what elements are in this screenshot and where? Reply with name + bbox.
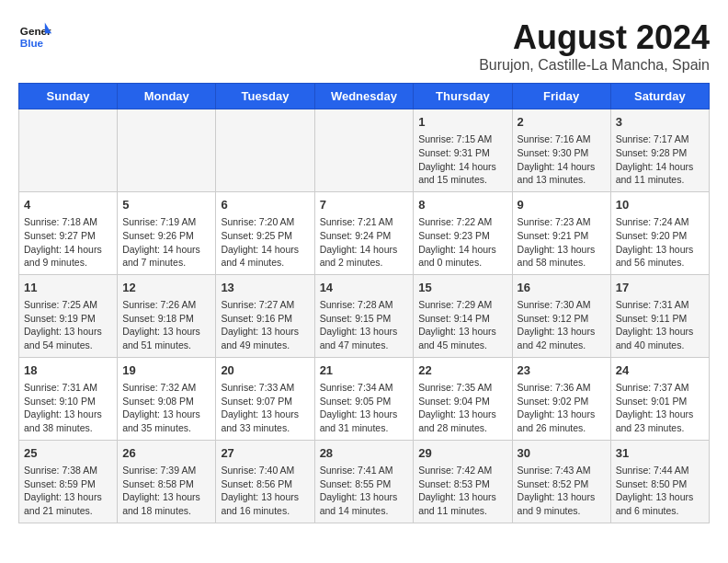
calendar-cell: 23Sunrise: 7:36 AMSunset: 9:02 PMDayligh… <box>512 357 610 440</box>
cell-text: Sunset: 9:26 PM <box>122 229 210 243</box>
calendar-cell: 5Sunrise: 7:19 AMSunset: 9:26 PMDaylight… <box>118 191 216 274</box>
header-sunday: Sunday <box>19 84 118 109</box>
week-row-1: 1Sunrise: 7:15 AMSunset: 9:31 PMDaylight… <box>19 109 710 192</box>
cell-text: Sunrise: 7:24 AM <box>616 215 704 229</box>
day-number: 1 <box>418 114 506 131</box>
week-row-3: 11Sunrise: 7:25 AMSunset: 9:19 PMDayligh… <box>19 274 710 357</box>
week-row-2: 4Sunrise: 7:18 AMSunset: 9:27 PMDaylight… <box>19 191 710 274</box>
day-number: 3 <box>616 114 704 131</box>
cell-text: Sunrise: 7:18 AM <box>24 215 112 229</box>
cell-text: Daylight: 13 hours and 21 minutes. <box>24 490 112 517</box>
cell-text: Sunrise: 7:23 AM <box>518 215 606 229</box>
calendar-cell: 12Sunrise: 7:26 AMSunset: 9:18 PMDayligh… <box>118 274 216 357</box>
title-area: August 2024 Burujon, Castille-La Mancha,… <box>479 18 710 74</box>
cell-text: Sunset: 9:15 PM <box>320 312 409 326</box>
cell-text: Sunrise: 7:17 AM <box>616 132 704 146</box>
cell-text: Daylight: 14 hours and 9 minutes. <box>24 243 112 270</box>
cell-text: Sunrise: 7:34 AM <box>320 381 409 395</box>
calendar-cell: 9Sunrise: 7:23 AMSunset: 9:21 PMDaylight… <box>512 191 610 274</box>
calendar-cell: 17Sunrise: 7:31 AMSunset: 9:11 PMDayligh… <box>610 274 709 357</box>
cell-text: Sunrise: 7:44 AM <box>616 464 704 477</box>
cell-text: Sunset: 9:07 PM <box>221 395 309 408</box>
cell-text: Sunset: 9:28 PM <box>616 146 704 160</box>
cell-text: Daylight: 13 hours and 42 minutes. <box>518 325 606 351</box>
cell-text: Sunrise: 7:22 AM <box>418 215 506 229</box>
cell-text: Daylight: 14 hours and 13 minutes. <box>518 160 606 187</box>
cell-text: Sunrise: 7:31 AM <box>616 298 704 312</box>
header: General Blue August 2024 Burujon, Castil… <box>18 18 710 74</box>
cell-text: Sunset: 9:01 PM <box>616 395 704 408</box>
cell-text: Sunset: 9:10 PM <box>24 395 112 408</box>
calendar-cell <box>216 109 314 192</box>
cell-text: Sunrise: 7:28 AM <box>320 298 409 312</box>
cell-text: Sunrise: 7:25 AM <box>24 298 112 312</box>
cell-text: Sunset: 9:05 PM <box>320 395 409 408</box>
calendar-cell: 21Sunrise: 7:34 AMSunset: 9:05 PMDayligh… <box>314 357 414 440</box>
cell-text: Daylight: 13 hours and 38 minutes. <box>24 408 112 434</box>
calendar-cell: 4Sunrise: 7:18 AMSunset: 9:27 PMDaylight… <box>19 191 118 274</box>
cell-text: Daylight: 13 hours and 16 minutes. <box>221 490 309 517</box>
calendar-cell: 18Sunrise: 7:31 AMSunset: 9:10 PMDayligh… <box>19 357 118 440</box>
cell-text: Sunset: 9:04 PM <box>418 395 506 408</box>
calendar-cell: 30Sunrise: 7:43 AMSunset: 8:52 PMDayligh… <box>512 440 610 523</box>
day-number: 18 <box>24 362 112 379</box>
cell-text: Daylight: 13 hours and 45 minutes. <box>418 325 506 351</box>
day-number: 15 <box>418 280 506 296</box>
day-number: 7 <box>320 197 409 213</box>
calendar-cell: 10Sunrise: 7:24 AMSunset: 9:20 PMDayligh… <box>610 191 709 274</box>
cell-text: Sunset: 9:27 PM <box>24 229 112 243</box>
cell-text: Sunset: 9:30 PM <box>518 146 606 160</box>
cell-text: Daylight: 13 hours and 58 minutes. <box>518 243 606 270</box>
calendar-cell: 1Sunrise: 7:15 AMSunset: 9:31 PMDaylight… <box>414 109 512 192</box>
cell-text: Daylight: 13 hours and 33 minutes. <box>221 408 309 434</box>
cell-text: Sunrise: 7:38 AM <box>24 464 112 477</box>
calendar-cell: 26Sunrise: 7:39 AMSunset: 8:58 PMDayligh… <box>118 440 216 523</box>
day-number: 2 <box>518 114 606 131</box>
main-title: August 2024 <box>479 18 710 57</box>
cell-text: Sunset: 9:20 PM <box>616 229 704 243</box>
day-number: 23 <box>518 362 606 379</box>
calendar-cell: 31Sunrise: 7:44 AMSunset: 8:50 PMDayligh… <box>610 440 709 523</box>
cell-text: Daylight: 13 hours and 6 minutes. <box>616 490 704 517</box>
day-number: 8 <box>418 197 506 213</box>
logo-icon: General Blue <box>18 18 51 52</box>
cell-text: Sunrise: 7:35 AM <box>418 381 506 395</box>
cell-text: Daylight: 13 hours and 47 minutes. <box>320 325 409 351</box>
cell-text: Daylight: 13 hours and 56 minutes. <box>616 243 704 270</box>
cell-text: Sunrise: 7:15 AM <box>418 132 506 146</box>
cell-text: Daylight: 13 hours and 40 minutes. <box>616 325 704 351</box>
day-number: 5 <box>122 197 210 213</box>
logo: General Blue <box>18 18 51 52</box>
cell-text: Sunrise: 7:19 AM <box>122 215 210 229</box>
cell-text: Sunrise: 7:37 AM <box>616 381 704 395</box>
cell-text: Sunrise: 7:21 AM <box>320 215 409 229</box>
header-thursday: Thursday <box>414 84 512 109</box>
cell-text: Sunrise: 7:29 AM <box>418 298 506 312</box>
calendar-cell: 2Sunrise: 7:16 AMSunset: 9:30 PMDaylight… <box>512 109 610 192</box>
day-number: 31 <box>616 445 704 462</box>
calendar-cell: 22Sunrise: 7:35 AMSunset: 9:04 PMDayligh… <box>414 357 512 440</box>
cell-text: Sunrise: 7:43 AM <box>518 464 606 477</box>
cell-text: Daylight: 14 hours and 15 minutes. <box>418 160 506 187</box>
cell-text: Daylight: 14 hours and 4 minutes. <box>221 243 309 270</box>
calendar-cell <box>314 109 414 192</box>
cell-text: Sunrise: 7:27 AM <box>221 298 309 312</box>
cell-text: Sunrise: 7:26 AM <box>122 298 210 312</box>
calendar-cell <box>118 109 216 192</box>
subtitle: Burujon, Castille-La Mancha, Spain <box>479 57 710 74</box>
week-row-5: 25Sunrise: 7:38 AMSunset: 8:59 PMDayligh… <box>19 440 710 523</box>
cell-text: Sunset: 9:25 PM <box>221 229 309 243</box>
cell-text: Daylight: 14 hours and 2 minutes. <box>320 243 409 270</box>
cell-text: Daylight: 14 hours and 0 minutes. <box>418 243 506 270</box>
svg-text:Blue: Blue <box>20 37 44 49</box>
calendar-table: SundayMondayTuesdayWednesdayThursdayFrid… <box>18 83 710 523</box>
cell-text: Sunrise: 7:31 AM <box>24 381 112 395</box>
cell-text: Daylight: 13 hours and 11 minutes. <box>418 490 506 517</box>
calendar-cell: 29Sunrise: 7:42 AMSunset: 8:53 PMDayligh… <box>414 440 512 523</box>
calendar-cell: 19Sunrise: 7:32 AMSunset: 9:08 PMDayligh… <box>118 357 216 440</box>
cell-text: Sunset: 8:59 PM <box>24 477 112 491</box>
calendar-cell: 14Sunrise: 7:28 AMSunset: 9:15 PMDayligh… <box>314 274 414 357</box>
day-number: 11 <box>24 280 112 296</box>
calendar-cell: 28Sunrise: 7:41 AMSunset: 8:55 PMDayligh… <box>314 440 414 523</box>
cell-text: Sunset: 9:24 PM <box>320 229 409 243</box>
